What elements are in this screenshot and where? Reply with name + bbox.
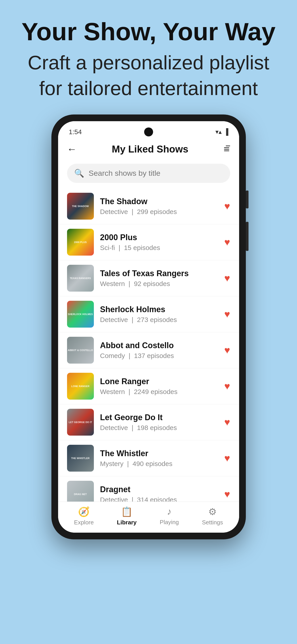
separator: | <box>129 352 132 359</box>
status-icons: ▾▴ ▐ <box>215 128 228 136</box>
thumb-art: THE SHADOW <box>67 193 94 220</box>
show-thumbnail: ABBOT & COSTELLO <box>67 337 94 364</box>
heart-button[interactable]: ♥ <box>224 416 230 428</box>
thumb-art: ABBOT & COSTELLO <box>67 337 94 364</box>
show-info: Abbot and Costello Comedy | 137 episodes <box>100 341 218 360</box>
list-item[interactable]: DRAG NET Dragnet Detective | 314 episode… <box>58 476 239 502</box>
nav-item-playing[interactable]: ♪ Playing <box>160 506 179 526</box>
thumb-art: TEXAS RANGERS <box>67 265 94 292</box>
heart-button[interactable]: ♥ <box>224 308 230 320</box>
show-title: Abbot and Costello <box>100 341 218 350</box>
heart-button[interactable]: ♥ <box>224 200 230 212</box>
settings-nav-icon: ⚙ <box>208 506 217 517</box>
separator: | <box>132 424 135 431</box>
list-item[interactable]: THE WHISTLER The Whistler Mystery | 490 … <box>58 440 239 476</box>
filter-button[interactable]: ≡̅ <box>223 144 230 154</box>
show-title: The Whistler <box>100 449 218 458</box>
show-genre: Mystery <box>100 460 124 467</box>
show-meta: Sci-fi | 15 episodes <box>100 244 218 252</box>
show-meta: Comedy | 137 episodes <box>100 352 218 360</box>
back-button[interactable]: ← <box>67 144 77 155</box>
show-meta: Detective | 299 episodes <box>100 208 218 216</box>
show-title: Lone Ranger <box>100 377 218 386</box>
heart-button[interactable]: ♥ <box>224 344 230 356</box>
separator: | <box>132 496 135 502</box>
list-item[interactable]: LONE RANGER Lone Ranger Western | 2249 e… <box>58 368 239 404</box>
show-thumbnail: SHERLOCK HOLMES <box>67 301 94 328</box>
show-genre: Comedy <box>100 352 125 359</box>
show-thumbnail: THE SHADOW <box>67 193 94 220</box>
show-genre: Sci-fi <box>100 244 115 251</box>
separator: | <box>119 244 122 251</box>
show-episodes: 273 episodes <box>137 316 177 323</box>
phone-screen: 1:54 ▾▴ ▐ ← My Liked Shows ≡̅ 🔍 THE SHAD… <box>58 121 239 533</box>
show-title: Dragnet <box>100 485 218 494</box>
show-meta: Detective | 314 episodes <box>100 496 218 502</box>
show-info: 2000 Plus Sci-fi | 15 episodes <box>100 233 218 252</box>
signal-icon: ▐ <box>224 128 228 136</box>
show-thumbnail: TEXAS RANGERS <box>67 265 94 292</box>
search-bar[interactable]: 🔍 <box>67 164 230 183</box>
show-info: Sherlock Holmes Detective | 273 episodes <box>100 305 218 324</box>
list-item[interactable]: LET GEORGE DO IT Let George Do It Detect… <box>58 404 239 440</box>
show-genre: Western <box>100 388 125 395</box>
show-info: Lone Ranger Western | 2249 episodes <box>100 377 218 396</box>
separator: | <box>128 388 132 395</box>
show-genre: Detective <box>100 316 128 323</box>
show-episodes: 198 episodes <box>137 424 177 431</box>
status-time: 1:54 <box>69 128 82 136</box>
heart-button[interactable]: ♥ <box>224 272 230 284</box>
show-meta: Western | 92 episodes <box>100 280 218 288</box>
heart-button[interactable]: ♥ <box>224 452 230 464</box>
page-title: My Liked Shows <box>112 144 188 155</box>
thumb-art: 2000 PLUS <box>67 229 94 256</box>
playing-nav-label: Playing <box>160 519 179 526</box>
list-item[interactable]: TEXAS RANGERS Tales of Texas Rangers Wes… <box>58 260 239 296</box>
thumb-art: THE WHISTLER <box>67 445 94 472</box>
heart-button[interactable]: ♥ <box>224 488 230 500</box>
camera-dot <box>144 128 153 136</box>
show-meta: Detective | 273 episodes <box>100 316 218 324</box>
list-item[interactable]: 2000 PLUS 2000 Plus Sci-fi | 15 episodes… <box>58 224 239 260</box>
wifi-icon: ▾▴ <box>215 128 222 136</box>
power-button <box>246 222 249 251</box>
separator: | <box>127 460 131 467</box>
search-input[interactable] <box>89 169 223 178</box>
show-info: The Shadow Detective | 299 episodes <box>100 197 218 216</box>
nav-item-settings[interactable]: ⚙ Settings <box>202 506 223 526</box>
playing-nav-icon: ♪ <box>167 506 172 517</box>
show-thumbnail: LET GEORGE DO IT <box>67 409 94 436</box>
nav-item-library[interactable]: 📋 Library <box>117 506 137 526</box>
list-item[interactable]: ABBOT & COSTELLO Abbot and Costello Come… <box>58 332 239 368</box>
separator: | <box>132 316 135 323</box>
thumb-art: DRAG NET <box>67 481 94 502</box>
show-title: Sherlock Holmes <box>100 305 218 314</box>
heart-button[interactable]: ♥ <box>224 236 230 248</box>
show-info: Let George Do It Detective | 198 episode… <box>100 413 218 432</box>
show-meta: Detective | 198 episodes <box>100 424 218 432</box>
library-nav-label: Library <box>117 519 137 526</box>
show-thumbnail: LONE RANGER <box>67 373 94 400</box>
nav-item-explore[interactable]: 🧭 Explore <box>74 506 94 526</box>
explore-nav-icon: 🧭 <box>78 506 90 517</box>
thumb-art: LONE RANGER <box>67 373 94 400</box>
show-meta: Mystery | 490 episodes <box>100 460 218 468</box>
show-info: Tales of Texas Rangers Western | 92 epis… <box>100 269 218 288</box>
explore-nav-label: Explore <box>74 519 94 526</box>
show-title: Let George Do It <box>100 413 218 422</box>
separator: | <box>132 208 135 215</box>
show-meta: Western | 2249 episodes <box>100 388 218 396</box>
heart-button[interactable]: ♥ <box>224 380 230 392</box>
hero-section: Your Show, Your Way Craft a personalized… <box>0 0 297 114</box>
app-header: ← My Liked Shows ≡̅ <box>58 139 239 160</box>
thumb-art: SHERLOCK HOLMES <box>67 301 94 328</box>
show-info: The Whistler Mystery | 490 episodes <box>100 449 218 468</box>
phone-frame: 1:54 ▾▴ ▐ ← My Liked Shows ≡̅ 🔍 THE SHAD… <box>51 114 246 539</box>
show-episodes: 137 episodes <box>134 352 174 359</box>
search-icon: 🔍 <box>74 168 84 178</box>
separator: | <box>128 280 132 287</box>
list-item[interactable]: SHERLOCK HOLMES Sherlock Holmes Detectiv… <box>58 296 239 332</box>
show-episodes: 92 episodes <box>134 280 170 287</box>
show-title: The Shadow <box>100 197 218 206</box>
list-item[interactable]: THE SHADOW The Shadow Detective | 299 ep… <box>58 188 239 224</box>
